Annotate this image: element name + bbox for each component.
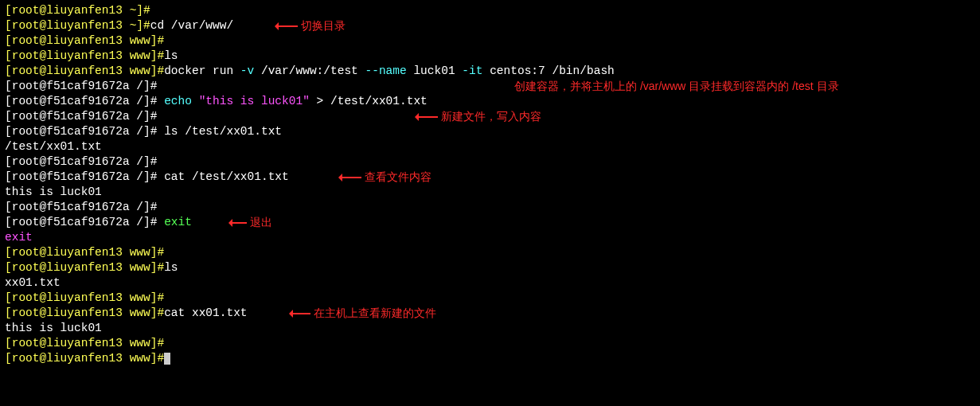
annotation-text: 退出 bbox=[250, 215, 272, 230]
terminal-line: [root@liuyanfen13 www]# bbox=[5, 336, 975, 351]
annotation: 退出 bbox=[229, 215, 272, 230]
annotation-text: 新建文件，写入内容 bbox=[441, 109, 541, 124]
terminal-text: [root@f51caf91672a /]# bbox=[5, 216, 164, 228]
terminal-line: [root@liuyanfen13 www]# bbox=[5, 351, 975, 366]
terminal-text: cat xx01.txt bbox=[164, 306, 247, 319]
terminal-text: /test/xx01.txt bbox=[5, 140, 102, 153]
terminal-line: [root@f51caf91672a /]#新建文件，写入内容 bbox=[5, 109, 975, 124]
terminal-line: [root@liuyanfen13 www]#ls bbox=[5, 49, 975, 64]
terminal-text: centos:7 /bin/bash bbox=[482, 64, 614, 77]
terminal-line: [root@f51caf91672a /]# exit退出 bbox=[5, 215, 975, 230]
terminal-text: [root@liuyanfen13 www]# bbox=[5, 337, 164, 349]
terminal-line: [root@liuyanfen13 ~]# bbox=[5, 3, 975, 18]
terminal-text: exit bbox=[5, 231, 33, 244]
terminal-line: this is luck01 bbox=[5, 185, 975, 200]
terminal-line: [root@liuyanfen13 www]#docker run -v /va… bbox=[5, 64, 975, 79]
terminal-text: > /test/xx01.txt bbox=[310, 95, 428, 107]
terminal-text: [root@liuyanfen13 ~]# bbox=[5, 19, 150, 32]
terminal-text: [root@liuyanfen13 www]# bbox=[5, 306, 164, 319]
annotation: 创建容器，并将主机上的 /var/www 目录挂载到容器内的 /test 目录 bbox=[514, 79, 839, 94]
annotation-text: 在主机上查看新建的文件 bbox=[314, 306, 436, 321]
terminal-text: --name bbox=[365, 64, 407, 77]
arrow-left-icon bbox=[416, 116, 438, 118]
terminal-text: cd /var/www/ bbox=[150, 19, 233, 32]
terminal-line: /test/xx01.txt bbox=[5, 139, 975, 154]
terminal-line: xx01.txt bbox=[5, 275, 975, 291]
terminal-text: exit bbox=[164, 216, 192, 228]
terminal-text: [root@f51caf91672a /]# ls /test/xx01.txt bbox=[5, 125, 282, 138]
terminal-line: [root@liuyanfen13 www]#cat xx01.txt在主机上查… bbox=[5, 306, 975, 321]
terminal-text: docker run bbox=[164, 64, 240, 77]
terminal-text: [root@f51caf91672a /]# bbox=[5, 201, 157, 213]
arrow-left-icon bbox=[339, 177, 361, 178]
terminal-text: [root@liuyanfen13 www]# bbox=[5, 34, 164, 47]
terminal-text: /var/www:/test bbox=[254, 64, 365, 77]
terminal-line: [root@f51caf91672a /]# ls /test/xx01.txt bbox=[5, 124, 975, 139]
terminal-text: this is luck01 bbox=[5, 322, 102, 334]
arrow-left-icon bbox=[290, 313, 310, 314]
terminal-text: echo bbox=[164, 95, 192, 107]
terminal-line: [root@f51caf91672a /]# echo "this is luc… bbox=[5, 94, 975, 109]
terminal-text: [root@f51caf91672a /]# bbox=[5, 110, 157, 123]
terminal-text: -it bbox=[462, 64, 482, 77]
terminal-text: [root@liuyanfen13 ~]# bbox=[5, 4, 150, 17]
terminal-line: [root@liuyanfen13 www]#ls bbox=[5, 260, 975, 275]
terminal-line: [root@liuyanfen13 www]# bbox=[5, 291, 975, 306]
terminal-line: [root@f51caf91672a /]# cat /test/xx01.tx… bbox=[5, 170, 975, 185]
terminal-text: [root@f51caf91672a /]# bbox=[5, 80, 157, 92]
terminal-output: [root@liuyanfen13 ~]#[root@liuyanfen13 ~… bbox=[5, 3, 975, 366]
terminal-text: [root@liuyanfen13 www]# bbox=[5, 261, 164, 274]
terminal-text: [root@liuyanfen13 www]# bbox=[5, 352, 164, 365]
terminal-line: this is luck01 bbox=[5, 321, 975, 336]
terminal-line: exit bbox=[5, 230, 975, 245]
terminal-line: [root@f51caf91672a /]#创建容器，并将主机上的 /var/w… bbox=[5, 79, 975, 94]
annotation-text: 创建容器，并将主机上的 /var/www 目录挂载到容器内的 /test 目录 bbox=[514, 79, 839, 94]
terminal-text: [root@liuyanfen13 www]# bbox=[5, 246, 164, 259]
terminal-line: [root@f51caf91672a /]# bbox=[5, 200, 975, 215]
terminal-text bbox=[192, 95, 199, 107]
annotation: 新建文件，写入内容 bbox=[416, 109, 541, 124]
arrow-left-icon bbox=[275, 25, 298, 27]
terminal-text: [root@f51caf91672a /]# cat /test/xx01.tx… bbox=[5, 170, 289, 183]
terminal-text: "this is luck01" bbox=[199, 95, 310, 107]
annotation-text: 切换目录 bbox=[301, 18, 346, 33]
annotation-text: 查看文件内容 bbox=[365, 170, 431, 185]
terminal-text: -v bbox=[240, 64, 254, 77]
arrow-left-icon bbox=[229, 222, 247, 224]
annotation: 在主机上查看新建的文件 bbox=[290, 306, 436, 321]
terminal-text: luck01 bbox=[407, 64, 463, 77]
cursor bbox=[164, 353, 170, 365]
terminal-text: [root@liuyanfen13 www]# bbox=[5, 64, 164, 77]
terminal-text: [root@liuyanfen13 www]# bbox=[5, 49, 164, 62]
terminal-text: ls bbox=[164, 49, 178, 62]
terminal-text: xx01.txt bbox=[5, 276, 61, 289]
terminal-text: ls bbox=[164, 261, 178, 274]
terminal-text: [root@f51caf91672a /]# bbox=[5, 95, 164, 107]
annotation: 查看文件内容 bbox=[339, 170, 431, 185]
terminal-text: this is luck01 bbox=[5, 185, 102, 198]
terminal-line: [root@liuyanfen13 ~]#cd /var/www/切换目录 bbox=[5, 18, 975, 33]
terminal-text: [root@f51caf91672a /]# bbox=[5, 155, 157, 168]
annotation: 切换目录 bbox=[275, 18, 346, 33]
terminal-text: [root@liuyanfen13 www]# bbox=[5, 291, 164, 304]
terminal-line: [root@liuyanfen13 www]# bbox=[5, 33, 975, 49]
terminal-line: [root@f51caf91672a /]# bbox=[5, 154, 975, 170]
terminal-line: [root@liuyanfen13 www]# bbox=[5, 245, 975, 260]
